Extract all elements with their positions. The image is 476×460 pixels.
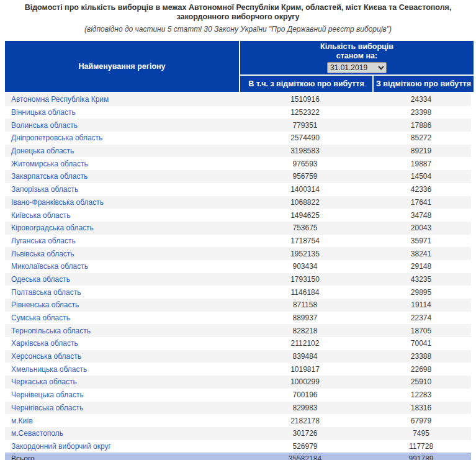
- voters-total-cell: 1510916: [239, 95, 371, 104]
- voters-total-cell: 526979: [239, 442, 371, 451]
- region-link[interactable]: Донецька область: [11, 147, 74, 155]
- region-link[interactable]: Кіровоградська область: [11, 223, 94, 232]
- region-link[interactable]: Київська область: [11, 211, 70, 220]
- region-cell: Івано-Франківська область: [5, 198, 239, 207]
- voters-departed-cell: 29895: [371, 288, 471, 297]
- voters-departed-cell: 29148: [371, 262, 471, 271]
- region-link[interactable]: Харківська область: [11, 339, 78, 348]
- voters-total-cell: 1400314: [239, 185, 371, 194]
- voters-departed-cell: 18316: [371, 404, 471, 412]
- voters-total-cell: 1252322: [239, 108, 371, 117]
- voters-total-cell: 1718754: [239, 237, 371, 245]
- voters-departed-cell: 70041: [371, 339, 471, 348]
- table-row: Автономна Республіка Крим 1510916 24334: [5, 93, 471, 106]
- region-cell: Донецька область: [5, 147, 239, 155]
- region-cell: Запорізька область: [5, 185, 239, 194]
- region-link[interactable]: Запорізька область: [11, 185, 78, 194]
- voters-total-cell: 871158: [239, 300, 371, 309]
- region-cell: Рівненська область: [5, 300, 239, 309]
- voters-total-cell: 779351: [239, 121, 371, 130]
- subcolumn-departed-header: З відміткою про вибуття: [374, 76, 474, 92]
- region-link[interactable]: Чернівецька область: [11, 390, 84, 399]
- region-link[interactable]: Одеська область: [11, 275, 70, 284]
- region-link[interactable]: Полтавська область: [11, 288, 81, 297]
- voters-departed-cell: 67979: [371, 417, 471, 425]
- subcolumn-total-header: В т.ч. з відміткою про вибуття: [240, 76, 372, 92]
- region-cell: Кіровоградська область: [5, 223, 239, 232]
- region-link[interactable]: Вінницька область: [11, 108, 76, 117]
- region-link[interactable]: Херсонська область: [11, 352, 81, 361]
- region-link[interactable]: Черкаська область: [11, 377, 77, 386]
- region-link[interactable]: Чернігівська область: [11, 404, 83, 412]
- table-row: Тернопільська область 828218 18705: [5, 324, 471, 337]
- total-departed-value: 991789: [371, 454, 471, 460]
- region-cell: Харківська область: [5, 339, 239, 348]
- region-cell: Дніпропетровська область: [5, 133, 239, 142]
- table-row: Харківська область 2112102 70041: [5, 337, 471, 350]
- table-row: Вінницька область 1252322 23398: [5, 106, 471, 119]
- voters-departed-cell: 34748: [371, 211, 471, 220]
- region-link[interactable]: Рівненська область: [11, 300, 79, 309]
- voters-total-cell: 700196: [239, 390, 371, 399]
- voters-total-cell: 1146184: [239, 288, 371, 297]
- voters-departed-cell: 43235: [371, 275, 471, 284]
- table-row: Івано-Франківська область 1068822 17641: [5, 196, 471, 209]
- table-row: Херсонська область 839484 23388: [5, 350, 471, 363]
- voters-departed-cell: 14504: [371, 172, 471, 181]
- region-cell: Черкаська область: [5, 377, 239, 386]
- table-row: Львівська область 1952135 38241: [5, 247, 471, 260]
- voters-total-cell: 1952135: [239, 250, 371, 258]
- voters-departed-cell: 19114: [371, 300, 471, 309]
- region-cell: Хмельницька область: [5, 365, 239, 374]
- region-link[interactable]: Волинська область: [11, 121, 78, 130]
- voters-departed-cell: 17886: [371, 121, 471, 130]
- region-cell: Волинська область: [5, 121, 239, 130]
- region-link[interactable]: Тернопільська область: [11, 327, 91, 335]
- voters-total-cell: 2112102: [239, 339, 371, 348]
- region-link[interactable]: Дніпропетровська область: [11, 133, 102, 142]
- voters-total-cell: 828218: [239, 327, 371, 335]
- region-link[interactable]: Закордонний виборчий округ: [11, 442, 111, 451]
- voters-total-cell: 839484: [239, 352, 371, 361]
- table-row: м.Київ 2182178 67979: [5, 414, 471, 427]
- count-column-header: Кількість виборців станом на: 31.01.2019: [240, 41, 474, 74]
- region-link[interactable]: Автономна Республіка Крим: [11, 95, 109, 104]
- voters-total-cell: 2574490: [239, 133, 371, 142]
- date-select[interactable]: 31.01.2019: [327, 62, 387, 73]
- voters-departed-cell: 35971: [371, 237, 471, 245]
- region-link[interactable]: Хмельницька область: [11, 365, 87, 374]
- voters-total-cell: 1000299: [239, 377, 371, 386]
- region-cell: Херсонська область: [5, 352, 239, 361]
- region-cell: Сумська область: [5, 313, 239, 322]
- page-header: Відомості про кількість виборців в межах…: [0, 0, 476, 34]
- voters-total-cell: 889937: [239, 313, 371, 322]
- voters-total-cell: 2182178: [239, 417, 371, 425]
- voters-total-cell: 3198583: [239, 147, 371, 155]
- voters-departed-cell: 38241: [371, 250, 471, 258]
- voters-departed-cell: 17641: [371, 198, 471, 207]
- region-link[interactable]: м.Севастополь: [11, 429, 63, 438]
- table-row: Закордонний виборчий округ 526979 117728: [5, 440, 471, 453]
- voters-total-cell: 753675: [239, 223, 371, 232]
- table-header: Найменування регіону Кількість виборців …: [5, 41, 471, 92]
- region-link[interactable]: м.Київ: [11, 417, 33, 425]
- region-link[interactable]: Львівська область: [11, 250, 74, 258]
- table-row: Чернігівська область 829983 18316: [5, 402, 471, 415]
- table-row: Черкаська область 1000299 25910: [5, 376, 471, 389]
- region-link[interactable]: Луганська область: [11, 237, 76, 245]
- total-label: Всього: [5, 454, 239, 460]
- region-link[interactable]: Житомирська область: [11, 160, 88, 168]
- voters-departed-cell: 19887: [371, 160, 471, 168]
- voters-total-cell: 903434: [239, 262, 371, 271]
- region-link[interactable]: Івано-Франківська область: [11, 198, 104, 207]
- region-link[interactable]: Миколаївська область: [11, 262, 88, 271]
- count-header-line1: Кількість виборців: [320, 42, 393, 52]
- table-row: Житомирська область 976593 19887: [5, 157, 471, 170]
- region-link[interactable]: Закарпатська область: [11, 172, 88, 181]
- region-cell: Автономна Республіка Крим: [5, 95, 239, 104]
- region-cell: м.Київ: [5, 417, 239, 425]
- page-subtitle: (відповідно до частини 5 статті 30 Закон…: [0, 25, 476, 34]
- voters-total-cell: 976593: [239, 160, 371, 168]
- region-link[interactable]: Сумська область: [11, 313, 70, 322]
- table-row: Волинська область 779351 17886: [5, 119, 471, 132]
